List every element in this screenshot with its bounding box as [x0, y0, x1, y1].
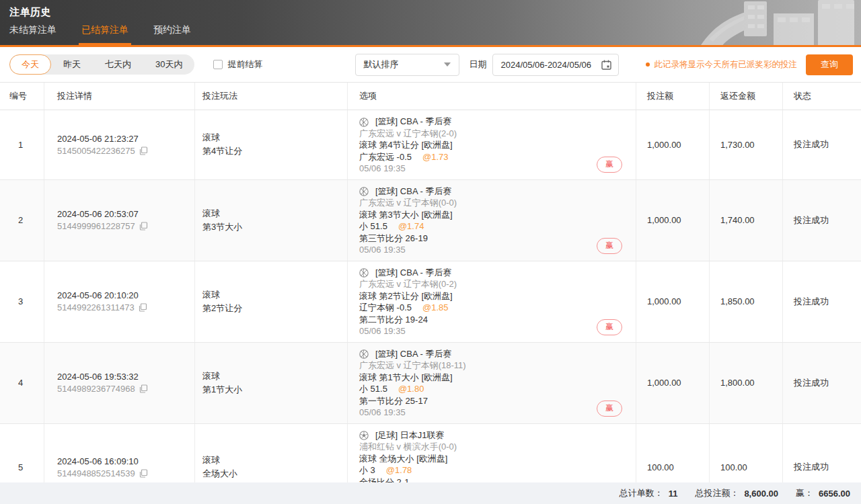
win-total-label: 赢：	[796, 487, 813, 499]
page-header: 注单历史 未结算注单已结算注单预约注单	[0, 0, 861, 47]
row-number: 3	[0, 261, 44, 342]
col-header-no: 编号	[0, 83, 44, 110]
total-stake-label: 总投注额：	[695, 487, 739, 499]
tab-2[interactable]: 预约注单	[153, 18, 191, 45]
event-time: 05/06 19:35	[359, 407, 636, 419]
bet-detail-cell: 2024-05-06 20:10:20 5144992261311473	[44, 261, 195, 342]
basketball-icon	[359, 118, 369, 127]
play-type-main: 滚球	[202, 132, 347, 144]
soccer-icon	[359, 431, 369, 440]
odds-value: @1.85	[422, 302, 449, 314]
col-header-return: 返还金额	[710, 83, 783, 110]
table-row: 2 2024-05-06 20:53:07 5144999961228757 滚…	[0, 180, 861, 261]
play-type-sub: 全场大小	[202, 468, 347, 480]
notice-text: 此记录将显示今天所有已派奖彩的投注	[654, 59, 798, 71]
basketball-icon	[359, 349, 369, 359]
early-settle-checkbox[interactable]	[213, 60, 223, 69]
play-type-main: 滚球	[202, 454, 347, 466]
range-pill-0[interactable]: 今天	[9, 54, 51, 75]
play-type-cell: 滚球 第1节大小	[195, 343, 348, 423]
league-name: [篮球] CBA - 季后赛	[375, 185, 451, 198]
bet-history-table: 编号 投注详情 投注玩法 选项 投注额 返还金额 状态 1 2024-05-06…	[0, 82, 861, 504]
range-pill-2[interactable]: 七天内	[93, 54, 143, 75]
bet-detail-cell: 2024-05-06 21:23:27 5145005422236275	[44, 110, 195, 179]
score-line: 第一节比分 25-17	[359, 395, 636, 407]
table-row: 1 2024-05-06 21:23:27 5145005422236275 滚…	[0, 110, 861, 180]
query-button[interactable]: 查询	[806, 54, 853, 75]
stake-amount: 1,000.00	[636, 343, 710, 423]
market-name: 滚球 第1节大小 [欧洲盘]	[359, 372, 636, 384]
bet-time: 2024-05-06 16:09:10	[57, 456, 194, 466]
col-header-option: 选项	[348, 83, 636, 110]
early-settle-checkbox-wrap[interactable]: 提前结算	[213, 58, 262, 71]
calendar-icon	[601, 60, 611, 70]
selection-name: 广东宏远 -0.5	[359, 151, 412, 163]
bet-time: 2024-05-06 19:53:32	[57, 372, 194, 382]
status-text: 投注成功	[783, 180, 861, 261]
order-id: 5144992261311473	[57, 302, 135, 312]
play-type-sub: 第2节让分	[202, 302, 347, 314]
bet-detail-cell: 2024-05-06 20:53:07 5144999961228757	[44, 180, 195, 261]
total-count-value: 11	[669, 489, 678, 499]
great-wall-watermark	[659, 0, 861, 47]
table-header-row: 编号 投注详情 投注玩法 选项 投注额 返还金额 状态	[0, 82, 861, 110]
col-header-status: 状态	[783, 83, 861, 110]
selection-name: 小 3	[359, 464, 375, 476]
table-row: 3 2024-05-06 20:10:20 5144992261311473 滚…	[0, 261, 861, 343]
bet-time: 2024-05-06 20:10:20	[57, 290, 194, 300]
filter-bar: 今天昨天七天内30天内 提前结算 默认排序 日期 2024/05/06-2024…	[0, 47, 861, 82]
market-name: 滚球 第3节大小 [欧洲盘]	[359, 209, 636, 221]
sort-dropdown-value: 默认排序	[364, 58, 399, 71]
match-teams: 浦和红钻 v 横滨水手(0-0)	[359, 441, 636, 453]
tab-bar: 未结算注单已结算注单预约注单	[9, 18, 216, 45]
odds-value: @1.80	[398, 383, 424, 395]
return-amount: 1,740.00	[710, 180, 783, 261]
sort-dropdown[interactable]: 默认排序	[355, 54, 459, 76]
event-time: 05/06 19:35	[359, 163, 636, 175]
play-type-cell: 滚球 第4节让分	[195, 110, 348, 179]
odds-value: @1.78	[386, 464, 412, 476]
option-cell: [篮球] CBA - 季后赛 广东宏远 v 辽宁本钢(0-0) 滚球 第3节大小…	[348, 180, 636, 261]
page-title: 注单历史	[9, 6, 51, 19]
summary-footer: 总计单数： 11 总投注额： 8,600.00 赢： 6656.00	[0, 482, 861, 504]
copy-icon[interactable]	[139, 303, 147, 312]
range-pill-3[interactable]: 30天内	[143, 54, 194, 75]
tab-0[interactable]: 未结算注单	[9, 18, 57, 45]
match-teams: 广东宏远 v 辽宁本钢(18-11)	[359, 360, 636, 372]
stake-amount: 1,000.00	[636, 110, 710, 179]
market-name: 滚球 第4节让分 [欧洲盘]	[359, 139, 636, 151]
order-id: 5144989236774968	[57, 384, 135, 394]
range-pill-1[interactable]: 昨天	[51, 54, 93, 75]
match-teams: 广东宏远 v 辽宁本钢(0-0)	[359, 197, 636, 209]
copy-icon[interactable]	[139, 146, 148, 155]
total-stake-value: 8,600.00	[744, 489, 778, 499]
match-teams: 广东宏远 v 辽宁本钢(2-0)	[359, 128, 636, 140]
selection-name: 小 51.5	[359, 383, 387, 395]
copy-icon[interactable]	[139, 384, 148, 393]
win-total-value: 6656.00	[819, 489, 850, 499]
chevron-down-icon	[444, 62, 451, 67]
col-header-stake: 投注额	[636, 83, 710, 110]
play-type-main: 滚球	[202, 370, 347, 382]
score-line: 第三节比分 26-19	[359, 233, 636, 245]
return-amount: 1,730.00	[710, 110, 783, 179]
league-name: [篮球] CBA - 季后赛	[375, 116, 451, 128]
table-body: 1 2024-05-06 21:23:27 5145005422236275 滚…	[0, 110, 861, 504]
basketball-icon	[359, 268, 369, 278]
notice-dot-icon	[646, 62, 650, 67]
date-range-input[interactable]: 2024/05/06-2024/05/06	[492, 54, 619, 76]
return-amount: 1,850.00	[710, 261, 783, 342]
date-range-value: 2024/05/06-2024/05/06	[501, 60, 591, 70]
early-settle-label: 提前结算	[227, 58, 262, 71]
row-number: 4	[0, 343, 44, 423]
copy-icon[interactable]	[139, 222, 148, 230]
bet-detail-cell: 2024-05-06 19:53:32 5144989236774968	[44, 343, 195, 423]
bet-time: 2024-05-06 21:23:27	[57, 134, 194, 144]
copy-icon[interactable]	[139, 469, 148, 478]
option-cell: [篮球] CBA - 季后赛 广东宏远 v 辽宁本钢(18-11) 滚球 第1节…	[348, 343, 636, 423]
odds-value: @1.73	[422, 151, 449, 163]
play-type-sub: 第1节大小	[202, 384, 347, 396]
notice-text-wrap: 此记录将显示今天所有已派奖彩的投注	[646, 59, 798, 71]
tab-1[interactable]: 已结算注单	[81, 18, 128, 45]
stake-amount: 1,000.00	[636, 180, 710, 261]
